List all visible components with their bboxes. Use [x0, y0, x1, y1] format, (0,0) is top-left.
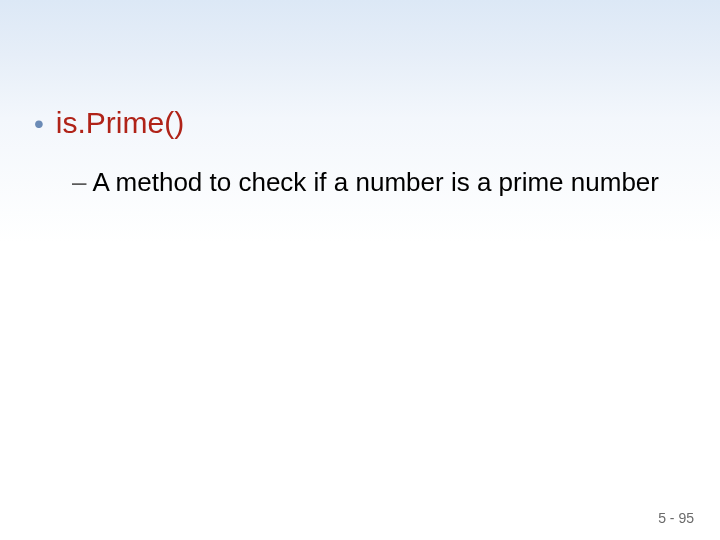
slide: • is.Prime() – A method to check if a nu…	[0, 0, 720, 540]
bullet-dot-icon: •	[34, 108, 44, 140]
slide-number: 5 - 95	[658, 510, 694, 526]
dash-icon: –	[72, 166, 86, 198]
slide-content: • is.Prime() – A method to check if a nu…	[34, 106, 686, 198]
sub-bullet-text: A method to check if a number is a prime…	[92, 166, 659, 198]
bullet-level-1: • is.Prime()	[34, 106, 686, 140]
bullet-text: is.Prime()	[56, 106, 184, 140]
bullet-level-2: – A method to check if a number is a pri…	[72, 166, 686, 198]
